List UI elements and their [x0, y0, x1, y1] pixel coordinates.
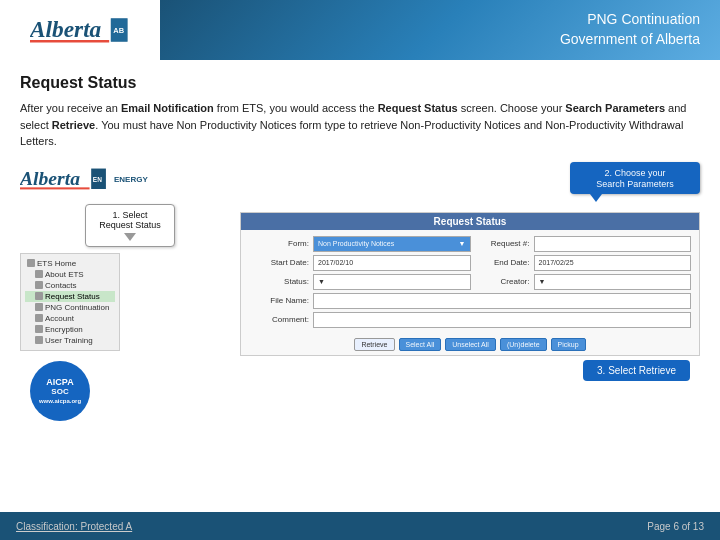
select-all-button[interactable]: Select All: [399, 338, 442, 351]
header-title-area: PNG Continuation Government of Alberta: [160, 0, 720, 60]
svg-text:AB: AB: [113, 26, 124, 35]
svg-text:Alberta: Alberta: [30, 16, 102, 42]
page-description: After you receive an Email Notification …: [20, 100, 700, 150]
sidebar-item: Contacts: [25, 280, 115, 291]
sidebar-item: User Training: [25, 335, 115, 346]
form-input-start-date[interactable]: 2017/02/10: [313, 255, 471, 271]
sidebar-item-request-status: Request Status: [25, 291, 115, 302]
sidebar-item: PNG Continuation: [25, 302, 115, 313]
request-label: Request #:: [475, 239, 530, 248]
pickup-button[interactable]: Pickup: [551, 338, 586, 351]
main-content: Request Status After you receive an Emai…: [0, 60, 720, 431]
retrieve-button[interactable]: Retrieve: [354, 338, 394, 351]
content-area: Alberta EN ENERGY 1. Select Request Stat…: [20, 162, 700, 421]
sidebar-item: Account: [25, 313, 115, 324]
form-input-filename[interactable]: [313, 293, 691, 309]
aicpa-badge: AICPA SOC www.aicpa.org: [30, 361, 90, 421]
form-input-creator[interactable]: ▼: [534, 274, 692, 290]
sidebar-item: ETS Home: [25, 258, 115, 269]
alberta-logo: Alberta AB: [0, 0, 160, 60]
unselect-all-button[interactable]: Unselect All: [445, 338, 496, 351]
status-label: Status:: [249, 277, 309, 286]
form-input-status[interactable]: ▼: [313, 274, 471, 290]
step3-callout: 3. Select Retrieve: [597, 365, 676, 376]
svg-rect-1: [30, 40, 109, 43]
form-title: Request Status: [241, 213, 699, 230]
left-panel: Alberta EN ENERGY 1. Select Request Stat…: [20, 162, 230, 421]
end-date-label: End Date:: [475, 258, 530, 267]
svg-text:EN: EN: [93, 175, 102, 182]
footer-classification: Classification: Protected A: [16, 521, 132, 532]
form-label: Form:: [249, 239, 309, 248]
form-body: Form: Non Productivity Notices ▼ Request…: [241, 230, 699, 334]
header-title: PNG Continuation Government of Alberta: [560, 10, 700, 49]
step1-callout: 1. Select Request Status: [85, 204, 175, 247]
page-title: Request Status: [20, 74, 700, 92]
footer-page: Page 6 of 13: [647, 521, 704, 532]
sidebar-item: About ETS: [25, 269, 115, 280]
sidebar-item: Encryption: [25, 324, 115, 335]
step2-callout: 2. Choose your Search Parameters: [570, 162, 700, 194]
page-footer: Classification: Protected A Page 6 of 13: [0, 512, 720, 540]
form-input-form[interactable]: Non Productivity Notices ▼: [313, 236, 471, 252]
start-date-label: Start Date:: [249, 258, 309, 267]
svg-text:Alberta: Alberta: [20, 167, 80, 188]
comment-label: Comment:: [249, 315, 309, 324]
filename-label: File Name:: [249, 296, 309, 305]
right-panel: 2. Choose your Search Parameters Request…: [240, 162, 700, 421]
undelete-button[interactable]: (Un)delete: [500, 338, 547, 351]
creator-label: Creator:: [475, 277, 530, 286]
form-input-end-date[interactable]: 2017/02/25: [534, 255, 692, 271]
form-buttons: Retrieve Select All Unselect All (Un)del…: [241, 334, 699, 355]
request-status-form: Request Status Form: Non Productivity No…: [240, 212, 700, 356]
sidebar-mockup: ETS Home About ETS Contacts Request Stat…: [20, 253, 120, 351]
svg-rect-6: [20, 187, 90, 189]
form-input-request[interactable]: [534, 236, 692, 252]
page-header: Alberta AB PNG Continuation Government o…: [0, 0, 720, 60]
form-input-comment[interactable]: [313, 312, 691, 328]
